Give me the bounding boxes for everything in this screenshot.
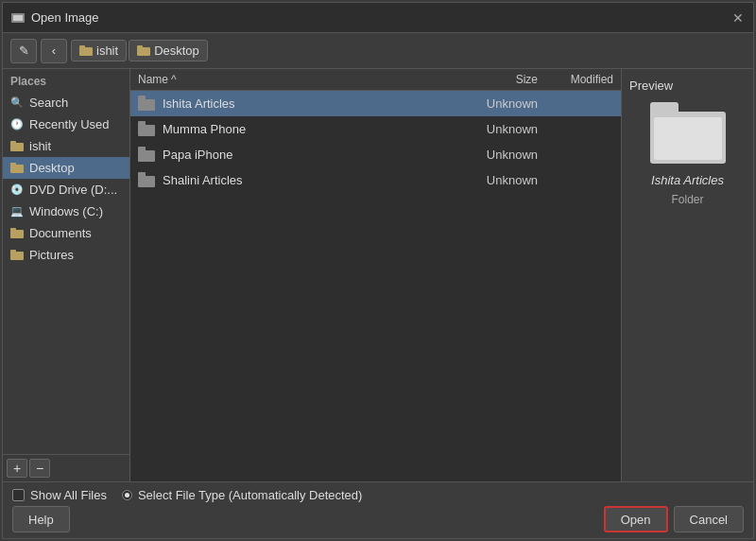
back-button[interactable]: ‹ [41,39,67,63]
sidebar-item-recently-used[interactable]: 🕐 Recently Used [3,113,129,135]
main-content: Places 🔍 Search 🕐 Recently Used ishit De… [3,69,753,481]
search-icon: 🔍 [10,96,24,109]
close-button[interactable]: ✕ [730,10,746,26]
file-list: Ishita Articles Unknown Mumma Phone Unkn… [130,91,621,481]
open-image-dialog: Open Image ✕ ✎ ‹ ishit Desktop Places 🔍 … [2,2,754,539]
title-bar: Open Image ✕ [3,3,753,33]
dvd-icon: 💿 [10,183,24,196]
sidebar-item-dvd[interactable]: 💿 DVD Drive (D:... [3,179,129,201]
folder-icon [10,141,24,151]
preview-header: Preview [629,79,673,93]
sidebar-item-search[interactable]: 🔍 Search [3,92,129,113]
folder-icon [10,163,24,173]
file-item-name: Papa iPhone [163,148,481,162]
file-item-size: Unknown [481,96,538,111]
dialog-icon [10,10,26,26]
sidebar-footer: + − [3,454,129,481]
file-item-size: Unknown [481,122,538,136]
file-item-name: Mumma Phone [163,122,481,136]
folder-inner [654,117,722,160]
breadcrumb-ishit[interactable]: ishit [71,40,127,61]
folder-icon [138,147,157,162]
radio-circle [122,490,132,500]
action-buttons: Open Cancel [604,506,744,532]
preview-name: Ishita Articles [651,173,724,187]
file-item-name: Shalini Articles [163,173,481,187]
sidebar: Places 🔍 Search 🕐 Recently Used ishit De… [3,69,130,481]
sidebar-item-documents[interactable]: Documents [3,222,129,244]
file-item-shalini-articles[interactable]: Shalini Articles Unknown [130,167,621,193]
open-button[interactable]: Open [604,506,668,532]
drive-icon: 💻 [10,205,24,218]
sidebar-item-pictures[interactable]: Pictures [3,244,129,266]
folder-icon [79,45,93,56]
add-bookmark-button[interactable]: + [7,459,27,478]
cancel-button[interactable]: Cancel [674,506,744,532]
sidebar-item-desktop[interactable]: Desktop [3,157,129,179]
show-all-files-checkbox[interactable]: Show All Files [12,488,107,502]
file-item-size: Unknown [481,173,538,187]
help-button[interactable]: Help [12,506,70,532]
file-item-name: Ishita Articles [163,96,481,111]
file-item-papa-iphone[interactable]: Papa iPhone Unknown [130,142,621,167]
clock-icon: 🕐 [10,118,24,131]
column-header-modified[interactable]: Modified [538,73,613,86]
breadcrumb-bar: ishit Desktop [71,40,208,61]
sidebar-item-windows-c[interactable]: 💻 Windows (C:) [3,201,129,222]
folder-icon [10,250,24,260]
remove-bookmark-button[interactable]: − [29,459,50,478]
file-list-header: Name ^ Size Modified [130,69,621,91]
bottom-bar: Show All Files Select File Type (Automat… [3,481,753,538]
folder-icon [10,228,24,238]
folder-icon [137,45,150,56]
checkbox-box [12,489,25,501]
column-header-size[interactable]: Size [481,73,538,86]
bottom-options: Show All Files Select File Type (Automat… [12,488,744,502]
preview-panel: Preview Ishita Articles Folder [621,69,753,481]
sidebar-item-ishit[interactable]: ishit [3,135,129,157]
file-list-container: Name ^ Size Modified Ishita Articles Unk… [130,69,621,481]
folder-icon [138,121,157,136]
svg-rect-1 [13,15,23,21]
edit-button[interactable]: ✎ [10,39,37,63]
folder-icon [138,172,157,187]
breadcrumb-desktop[interactable]: Desktop [129,40,208,61]
file-item-size: Unknown [481,148,538,162]
file-item-mumma-phone[interactable]: Mumma Phone Unknown [130,116,621,142]
toolbar: ✎ ‹ ishit Desktop [3,33,753,69]
sidebar-header: Places [3,69,129,92]
select-file-type-radio[interactable]: Select File Type (Automatically Detected… [122,488,362,502]
column-header-name[interactable]: Name ^ [138,73,481,86]
file-item-ishita-articles[interactable]: Ishita Articles Unknown [130,91,621,116]
preview-folder-icon [650,102,726,164]
dialog-title: Open Image [31,10,730,25]
radio-dot [125,493,129,497]
bottom-actions: Help Open Cancel [12,506,744,532]
folder-icon [138,96,157,111]
preview-type: Folder [671,193,703,206]
